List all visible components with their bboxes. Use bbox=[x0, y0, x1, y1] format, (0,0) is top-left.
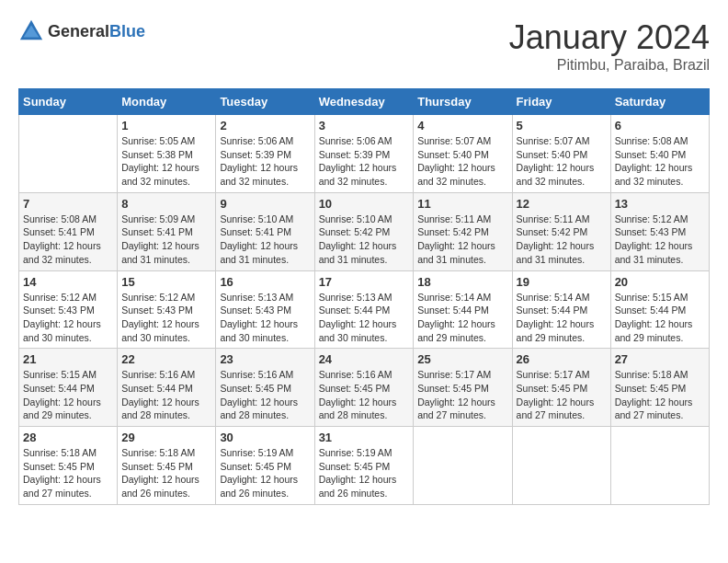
day-number: 29 bbox=[121, 431, 211, 444]
calendar-cell: 2Sunrise: 5:06 AMSunset: 5:39 PMDaylight… bbox=[216, 115, 314, 193]
day-info: Sunrise: 5:06 AMSunset: 5:39 PMDaylight:… bbox=[319, 134, 410, 189]
day-info: Sunrise: 5:14 AMSunset: 5:44 PMDaylight:… bbox=[517, 291, 607, 345]
calendar-cell: 12Sunrise: 5:11 AMSunset: 5:42 PMDayligh… bbox=[512, 192, 610, 270]
calendar-body: 1Sunrise: 5:05 AMSunset: 5:38 PMDaylight… bbox=[19, 115, 710, 505]
day-number: 18 bbox=[417, 275, 507, 289]
calendar-cell: 3Sunrise: 5:06 AMSunset: 5:39 PMDaylight… bbox=[314, 115, 414, 193]
day-number: 6 bbox=[615, 119, 705, 132]
day-number: 16 bbox=[220, 275, 310, 289]
day-number: 9 bbox=[220, 197, 310, 211]
calendar-cell: 23Sunrise: 5:16 AMSunset: 5:45 PMDayligh… bbox=[216, 349, 314, 427]
day-number: 14 bbox=[23, 275, 113, 289]
calendar-cell: 22Sunrise: 5:16 AMSunset: 5:44 PMDayligh… bbox=[118, 349, 216, 427]
day-info: Sunrise: 5:19 AMSunset: 5:45 PMDaylight:… bbox=[220, 446, 310, 500]
day-info: Sunrise: 5:17 AMSunset: 5:45 PMDaylight:… bbox=[417, 368, 507, 422]
day-info: Sunrise: 5:19 AMSunset: 5:45 PMDaylight:… bbox=[319, 446, 410, 500]
day-of-week-header: Monday bbox=[118, 89, 216, 115]
day-number: 21 bbox=[23, 352, 113, 366]
day-number: 5 bbox=[517, 119, 607, 132]
calendar-header: SundayMondayTuesdayWednesdayThursdayFrid… bbox=[19, 89, 710, 115]
calendar-cell: 8Sunrise: 5:09 AMSunset: 5:41 PMDaylight… bbox=[118, 192, 216, 270]
day-number: 30 bbox=[220, 431, 310, 444]
calendar-cell: 14Sunrise: 5:12 AMSunset: 5:43 PMDayligh… bbox=[19, 270, 118, 349]
day-of-week-header: Friday bbox=[512, 89, 610, 115]
day-number: 31 bbox=[319, 431, 410, 444]
day-info: Sunrise: 5:10 AMSunset: 5:41 PMDaylight:… bbox=[220, 213, 310, 267]
day-info: Sunrise: 5:07 AMSunset: 5:40 PMDaylight:… bbox=[417, 134, 507, 189]
calendar-cell: 31Sunrise: 5:19 AMSunset: 5:45 PMDayligh… bbox=[314, 427, 414, 505]
calendar-cell: 28Sunrise: 5:18 AMSunset: 5:45 PMDayligh… bbox=[19, 427, 118, 505]
calendar-cell bbox=[512, 427, 610, 505]
day-of-week-header: Wednesday bbox=[314, 89, 414, 115]
day-info: Sunrise: 5:09 AMSunset: 5:41 PMDaylight:… bbox=[121, 213, 211, 267]
calendar-cell: 5Sunrise: 5:07 AMSunset: 5:40 PMDaylight… bbox=[512, 115, 610, 193]
calendar-cell: 1Sunrise: 5:05 AMSunset: 5:38 PMDaylight… bbox=[118, 115, 216, 193]
calendar-cell: 13Sunrise: 5:12 AMSunset: 5:43 PMDayligh… bbox=[610, 192, 709, 270]
day-info: Sunrise: 5:15 AMSunset: 5:44 PMDaylight:… bbox=[23, 368, 113, 422]
calendar-cell: 6Sunrise: 5:08 AMSunset: 5:40 PMDaylight… bbox=[610, 115, 709, 193]
day-number: 11 bbox=[417, 197, 507, 211]
day-info: Sunrise: 5:11 AMSunset: 5:42 PMDaylight:… bbox=[417, 213, 507, 267]
day-number: 3 bbox=[319, 119, 410, 132]
day-number: 23 bbox=[220, 352, 310, 366]
day-info: Sunrise: 5:12 AMSunset: 5:43 PMDaylight:… bbox=[23, 291, 113, 345]
day-number: 22 bbox=[121, 352, 211, 366]
calendar-cell: 9Sunrise: 5:10 AMSunset: 5:41 PMDaylight… bbox=[216, 192, 314, 270]
calendar-cell: 10Sunrise: 5:10 AMSunset: 5:42 PMDayligh… bbox=[314, 192, 414, 270]
calendar-cell: 15Sunrise: 5:12 AMSunset: 5:43 PMDayligh… bbox=[118, 270, 216, 349]
calendar-cell bbox=[19, 115, 118, 193]
day-number: 4 bbox=[417, 119, 507, 132]
day-info: Sunrise: 5:13 AMSunset: 5:43 PMDaylight:… bbox=[220, 291, 310, 345]
day-info: Sunrise: 5:08 AMSunset: 5:40 PMDaylight:… bbox=[615, 134, 705, 189]
calendar-cell: 7Sunrise: 5:08 AMSunset: 5:41 PMDaylight… bbox=[19, 192, 118, 270]
calendar-cell: 26Sunrise: 5:17 AMSunset: 5:45 PMDayligh… bbox=[512, 349, 610, 427]
day-number: 25 bbox=[417, 352, 507, 366]
logo: GeneralBlue bbox=[18, 18, 145, 44]
day-number: 15 bbox=[121, 275, 211, 289]
calendar-cell: 19Sunrise: 5:14 AMSunset: 5:44 PMDayligh… bbox=[512, 270, 610, 349]
day-info: Sunrise: 5:07 AMSunset: 5:40 PMDaylight:… bbox=[517, 134, 607, 189]
day-number: 17 bbox=[319, 275, 410, 289]
day-info: Sunrise: 5:13 AMSunset: 5:44 PMDaylight:… bbox=[319, 291, 410, 345]
logo-icon bbox=[18, 18, 44, 44]
calendar-week-row: 14Sunrise: 5:12 AMSunset: 5:43 PMDayligh… bbox=[19, 270, 710, 349]
day-info: Sunrise: 5:11 AMSunset: 5:42 PMDaylight:… bbox=[517, 213, 607, 267]
calendar-cell: 11Sunrise: 5:11 AMSunset: 5:42 PMDayligh… bbox=[414, 192, 512, 270]
calendar-cell: 16Sunrise: 5:13 AMSunset: 5:43 PMDayligh… bbox=[216, 270, 314, 349]
day-number: 24 bbox=[319, 352, 410, 366]
day-number: 19 bbox=[517, 275, 607, 289]
day-info: Sunrise: 5:18 AMSunset: 5:45 PMDaylight:… bbox=[615, 368, 705, 422]
day-info: Sunrise: 5:16 AMSunset: 5:44 PMDaylight:… bbox=[121, 368, 211, 422]
day-number: 12 bbox=[517, 197, 607, 211]
day-number: 7 bbox=[23, 197, 113, 211]
day-info: Sunrise: 5:14 AMSunset: 5:44 PMDaylight:… bbox=[417, 291, 507, 345]
calendar-cell: 29Sunrise: 5:18 AMSunset: 5:45 PMDayligh… bbox=[118, 427, 216, 505]
day-info: Sunrise: 5:15 AMSunset: 5:44 PMDaylight:… bbox=[615, 291, 705, 345]
day-info: Sunrise: 5:18 AMSunset: 5:45 PMDaylight:… bbox=[121, 446, 211, 500]
calendar-week-row: 21Sunrise: 5:15 AMSunset: 5:44 PMDayligh… bbox=[19, 349, 710, 427]
calendar-cell: 27Sunrise: 5:18 AMSunset: 5:45 PMDayligh… bbox=[610, 349, 709, 427]
day-of-week-header: Thursday bbox=[414, 89, 512, 115]
day-number: 1 bbox=[121, 119, 211, 132]
title-section: January 2024 Pitimbu, Paraiba, Brazil bbox=[509, 18, 710, 74]
calendar-cell: 21Sunrise: 5:15 AMSunset: 5:44 PMDayligh… bbox=[19, 349, 118, 427]
day-info: Sunrise: 5:10 AMSunset: 5:42 PMDaylight:… bbox=[319, 213, 410, 267]
calendar-cell: 18Sunrise: 5:14 AMSunset: 5:44 PMDayligh… bbox=[414, 270, 512, 349]
logo-general: General bbox=[48, 22, 109, 40]
calendar-cell: 24Sunrise: 5:16 AMSunset: 5:45 PMDayligh… bbox=[314, 349, 414, 427]
day-number: 26 bbox=[517, 352, 607, 366]
day-info: Sunrise: 5:16 AMSunset: 5:45 PMDaylight:… bbox=[220, 368, 310, 422]
day-number: 13 bbox=[615, 197, 705, 211]
logo-text: GeneralBlue bbox=[48, 22, 145, 41]
calendar-cell: 20Sunrise: 5:15 AMSunset: 5:44 PMDayligh… bbox=[610, 270, 709, 349]
month-title: January 2024 bbox=[509, 18, 710, 57]
header: GeneralBlue January 2024 Pitimbu, Paraib… bbox=[18, 18, 710, 74]
calendar-cell: 17Sunrise: 5:13 AMSunset: 5:44 PMDayligh… bbox=[314, 270, 414, 349]
calendar-cell: 30Sunrise: 5:19 AMSunset: 5:45 PMDayligh… bbox=[216, 427, 314, 505]
day-of-week-header: Sunday bbox=[19, 89, 118, 115]
calendar-week-row: 1Sunrise: 5:05 AMSunset: 5:38 PMDaylight… bbox=[19, 115, 710, 193]
day-number: 20 bbox=[615, 275, 705, 289]
day-info: Sunrise: 5:06 AMSunset: 5:39 PMDaylight:… bbox=[220, 134, 310, 189]
day-info: Sunrise: 5:05 AMSunset: 5:38 PMDaylight:… bbox=[121, 134, 211, 189]
day-of-week-header: Saturday bbox=[610, 89, 709, 115]
